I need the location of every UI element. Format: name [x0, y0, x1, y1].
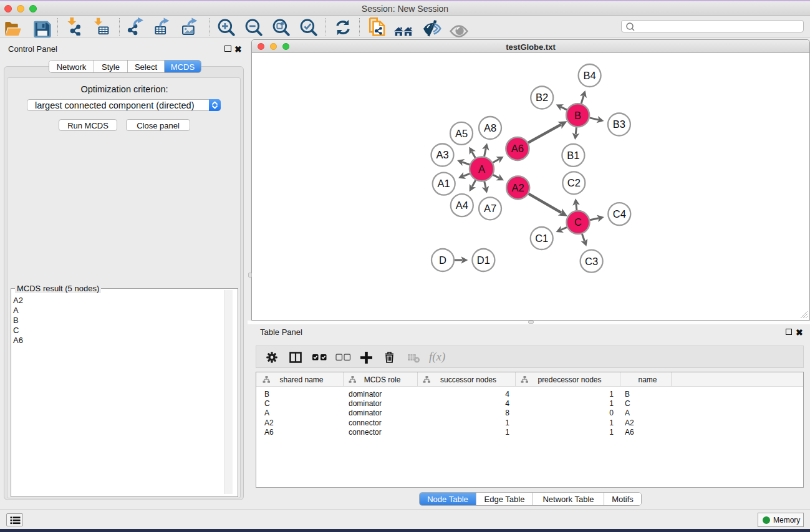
svg-text:A: A — [478, 163, 485, 175]
svg-text:A8: A8 — [484, 122, 496, 133]
svg-text:D1: D1 — [477, 254, 490, 266]
svg-text:B: B — [574, 110, 581, 121]
svg-text:B3: B3 — [613, 118, 625, 130]
svg-text:A3: A3 — [436, 149, 448, 160]
svg-text:A4: A4 — [456, 200, 468, 211]
svg-text:A5: A5 — [455, 128, 468, 139]
svg-text:A7: A7 — [484, 203, 496, 214]
svg-text:B2: B2 — [536, 92, 548, 103]
svg-text:D: D — [439, 254, 446, 266]
svg-text:A1: A1 — [438, 178, 450, 189]
svg-text:C: C — [574, 216, 582, 228]
svg-text:B4: B4 — [584, 70, 596, 81]
svg-text:C2: C2 — [567, 177, 581, 188]
svg-text:C4: C4 — [613, 208, 626, 220]
svg-text:C1: C1 — [535, 233, 548, 244]
svg-text:A2: A2 — [512, 182, 524, 193]
svg-text:A6: A6 — [511, 143, 524, 154]
svg-text:C3: C3 — [585, 256, 598, 267]
svg-text:B1: B1 — [567, 150, 579, 161]
